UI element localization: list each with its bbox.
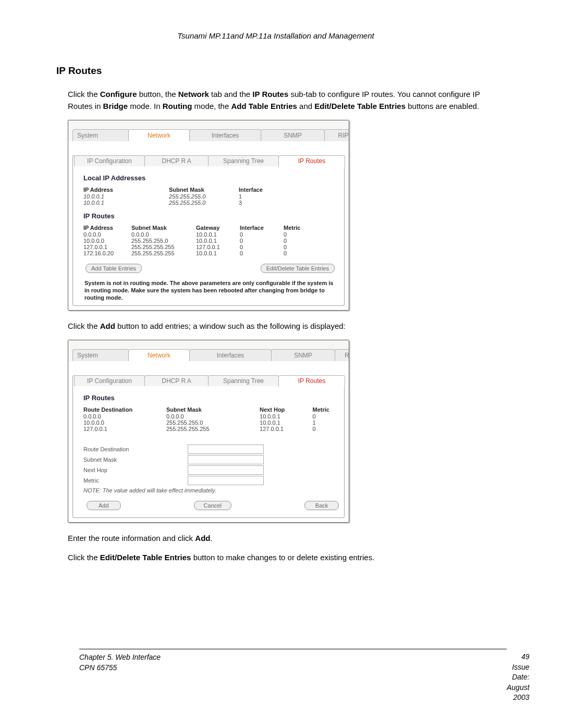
col-subnet-mask: Subnet Mask xyxy=(131,224,196,231)
tab-rip[interactable]: RIP xyxy=(335,349,349,361)
subnet-mask-field[interactable] xyxy=(188,455,264,464)
intro-paragraph-1: Click the Configure button, the Network … xyxy=(68,88,495,113)
col-gateway: Gateway xyxy=(196,224,240,231)
label-subnet-mask: Subnet Mask xyxy=(83,456,188,463)
intro-paragraph-3: Enter the route information and click Ad… xyxy=(68,532,495,544)
subtab-dhcp-ra[interactable]: DHCP R A xyxy=(144,155,209,166)
tab-network[interactable]: Network xyxy=(128,349,190,361)
section-ip-routes: IP Routes xyxy=(83,394,337,402)
label-next-hop: Next Hop xyxy=(83,467,188,473)
subtab-spanning-tree[interactable]: Spanning Tree xyxy=(208,155,279,166)
add-table-entries-button[interactable]: Add Table Entries xyxy=(85,264,142,273)
subtab-ip-routes[interactable]: IP Routes xyxy=(278,155,345,167)
metric-field[interactable] xyxy=(188,476,264,485)
tab-system[interactable]: System xyxy=(72,349,129,361)
intro-paragraph-4: Click the Edit/Delete Table Entries butt… xyxy=(68,551,495,563)
tab-rip[interactable]: RIP xyxy=(324,129,349,141)
table-ip-routes-add: Route Destination Subnet Mask Next Hop M… xyxy=(83,406,337,432)
table-local-ip-addresses: IP Address Subnet Mask Interface 10.0.0.… xyxy=(83,186,270,206)
tab-snmp[interactable]: SNMP xyxy=(261,129,325,141)
intro-paragraph-2: Click the Add button to add entries; a w… xyxy=(68,320,495,332)
table-row: 10.0.0.0255.255.255.010.0.0.11 xyxy=(83,419,337,426)
subtab-ip-configuration[interactable]: IP Configuration xyxy=(74,375,145,386)
subtab-spanning-tree[interactable]: Spanning Tree xyxy=(208,375,279,386)
cancel-button[interactable]: Cancel xyxy=(194,501,231,510)
page-footer: Chapter 5. Web Interface CPN 65755 49 Is… xyxy=(79,636,495,703)
col-subnet-mask: Subnet Mask xyxy=(169,186,239,193)
col-metric: Metric xyxy=(313,406,337,413)
tab-network[interactable]: Network xyxy=(128,129,190,141)
route-destination-field[interactable] xyxy=(188,445,264,454)
col-metric: Metric xyxy=(284,224,308,231)
add-button[interactable]: Add xyxy=(87,501,121,510)
label-metric: Metric xyxy=(83,477,188,484)
immediate-effect-note: NOTE: The value added will take effect i… xyxy=(83,487,337,493)
col-subnet-mask: Subnet Mask xyxy=(166,406,260,413)
col-interface: Interface xyxy=(240,224,284,231)
col-next-hop: Next Hop xyxy=(260,406,313,413)
section-heading-ip-routes: IP Routes xyxy=(56,65,495,77)
footer-issue-date: Issue Date: August 2003 xyxy=(507,662,530,703)
table-row: 127.0.0.1255.255.255.255127.0.0.10 xyxy=(83,426,337,432)
back-button[interactable]: Back xyxy=(304,501,339,510)
table-row: 0.0.0.00.0.0.010.0.0.10 xyxy=(83,413,337,419)
routing-mode-warning: System is not in routing mode. The above… xyxy=(83,276,337,302)
col-route-destination: Route Destination xyxy=(83,406,166,413)
table-row: 10.0.0.1 255.255.255.0 3 xyxy=(83,200,270,206)
subtab-ip-routes[interactable]: IP Routes xyxy=(278,375,345,387)
edit-delete-table-entries-button[interactable]: Edit/Delete Table Entries xyxy=(261,264,335,273)
footer-cpn: CPN 65755 xyxy=(79,663,507,673)
section-ip-routes: IP Routes xyxy=(83,212,337,220)
footer-page-number: 49 xyxy=(507,652,530,662)
screenshot-ip-routes-view: System Network Interfaces SNMP RIP IP Co… xyxy=(68,120,349,311)
col-ip-address: IP Address xyxy=(83,186,169,193)
tab-system[interactable]: System xyxy=(72,129,129,141)
label-route-destination: Route Destination xyxy=(83,446,188,452)
table-row: 10.0.0.1 255.255.255.0 1 xyxy=(83,193,270,200)
col-ip-address: IP Address xyxy=(83,224,131,231)
table-row: 10.0.0.0255.255.255.010.0.0.100 xyxy=(83,238,308,244)
section-local-ip-addresses: Local IP Addresses xyxy=(83,174,337,182)
tab-interfaces[interactable]: Interfaces xyxy=(189,129,261,141)
table-row: 127.0.0.1255.255.255.255127.0.0.100 xyxy=(83,244,308,250)
screenshot-ip-routes-add: System Network Interfaces SNMP RIP IP Co… xyxy=(68,340,349,523)
table-row: 172.16.0.20255.255.255.25510.0.0.100 xyxy=(83,250,308,256)
tab-interfaces[interactable]: Interfaces xyxy=(189,349,272,361)
document-header: Tsunami MP.11and MP.11a Installation and… xyxy=(56,31,495,40)
next-hop-field[interactable] xyxy=(188,465,264,475)
subtab-ip-configuration[interactable]: IP Configuration xyxy=(74,155,145,166)
table-ip-routes: IP Address Subnet Mask Gateway Interface… xyxy=(83,224,308,256)
col-interface: Interface xyxy=(239,186,270,193)
subtab-dhcp-ra[interactable]: DHCP R A xyxy=(144,375,209,386)
footer-chapter: Chapter 5. Web Interface xyxy=(79,652,507,663)
tab-snmp[interactable]: SNMP xyxy=(271,349,335,361)
table-row: 0.0.0.00.0.0.010.0.0.100 xyxy=(83,231,308,238)
